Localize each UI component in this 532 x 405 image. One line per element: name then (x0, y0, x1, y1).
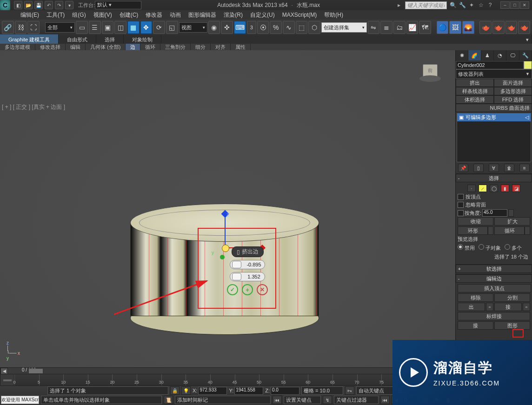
viewcube-ring[interactable] (419, 75, 441, 82)
viewport-label[interactable]: [ + ] [ 正交 ] [真实 + 边面 ] (2, 103, 65, 111)
link-icon[interactable]: 🔗 (2, 21, 14, 34)
so-element-icon[interactable]: ◪ (512, 185, 520, 192)
shrink-button[interactable]: 收缩 (458, 217, 493, 226)
stack-unique-icon[interactable]: ∀ (489, 164, 499, 172)
move-icon[interactable]: ✥ (140, 21, 153, 34)
target-weld-button[interactable]: 标焊接 (458, 312, 530, 320)
stack-editable-poly[interactable]: ▣可编辑多边形 ◁ (457, 113, 531, 121)
subtab-mod-sel[interactable]: 修改选择 (35, 44, 66, 50)
menu-render[interactable]: 渲染(R) (222, 10, 245, 20)
axon-icon[interactable]: ⬡ (308, 21, 320, 34)
subtab-loop[interactable]: 循环 (140, 44, 160, 50)
edit-edge-header[interactable]: -编辑边 (456, 274, 532, 283)
modifier-list[interactable]: 修改器列表▼ (456, 69, 532, 79)
so-vertex-icon[interactable]: · (467, 185, 476, 192)
add-time-tag[interactable]: 添加时间标记 (175, 396, 271, 404)
angle-field[interactable]: 45.0 (482, 209, 507, 217)
subtab-geom-all[interactable]: 几何体 (全部) (86, 44, 126, 50)
preview-off-radio[interactable] (458, 244, 463, 250)
menu-customize[interactable]: 自定义(U) (248, 10, 277, 20)
curve-editor-icon[interactable]: 📈 (406, 21, 419, 34)
maxscript-welcome[interactable]: 欢迎使用 MAXScr (1, 396, 39, 404)
subtab-align[interactable]: 对齐 (211, 44, 231, 50)
btn-patch-select[interactable]: 面片选择 (494, 79, 532, 87)
layers-icon[interactable]: 🗂 (393, 21, 406, 34)
select-icon[interactable]: ▭ (76, 21, 88, 34)
ribbon-collapse-icon[interactable]: ▾ (523, 34, 532, 45)
preview-sub-radio[interactable] (479, 244, 484, 250)
lock-icon[interactable]: 🔒 (170, 386, 180, 395)
stack-config-icon[interactable]: ≡ (519, 164, 530, 172)
keymode-icon[interactable]: ↯ (323, 396, 332, 404)
app-icon[interactable]: C (0, 0, 10, 10)
named-selection-set[interactable]: 创建选择集▾ (321, 22, 366, 33)
viewcube[interactable]: 前 (419, 64, 442, 87)
qat-new-icon[interactable]: ◧ (14, 1, 22, 9)
extrude-button[interactable]: 出 (458, 303, 485, 311)
cp-tab-modify-icon[interactable]: 🌈 (468, 50, 481, 60)
render-setup-icon[interactable]: 🖼 (449, 21, 461, 34)
preview-multi-radio[interactable] (505, 244, 510, 250)
time-left-icon[interactable]: ◀ (0, 368, 8, 374)
menu-maxscript[interactable]: MAXScript(M) (280, 11, 319, 19)
cp-tab-create-icon[interactable]: ✺ (456, 50, 468, 60)
menu-create[interactable]: 创建(C) (118, 10, 140, 20)
qat-more-icon[interactable]: ▾ (65, 1, 73, 9)
menu-views[interactable]: 视图(V) (92, 10, 114, 20)
object-color-swatch[interactable] (524, 61, 532, 69)
menu-group[interactable]: 组(G) (70, 10, 87, 20)
maximize-button[interactable]: □ (510, 1, 519, 9)
ignore-backface-check[interactable] (458, 202, 464, 208)
cp-tab-motion-icon[interactable]: ◔ (494, 50, 506, 60)
btn-poly-select[interactable]: 多边形选择 (494, 87, 532, 95)
weld-button[interactable]: 接 (494, 303, 522, 311)
help-icon[interactable]: ? (487, 2, 493, 8)
keyboard-shortcut-icon[interactable]: ⌨ (234, 21, 246, 34)
render-teapot4-icon[interactable]: 🫖 (518, 21, 530, 34)
menu-modifiers[interactable]: 修改器 (144, 10, 164, 20)
mirror-icon[interactable]: ⇋ (368, 21, 380, 34)
extrude-settings-button[interactable]: ▫ (486, 303, 493, 311)
angle-snap-icon[interactable]: ⦿ (257, 21, 269, 34)
btn-spline-select[interactable]: 样条线选择 (456, 87, 494, 95)
spinner-snap-icon[interactable]: ∿ (283, 21, 295, 34)
autokey-button[interactable]: 自动关键点 (356, 386, 393, 395)
btn-extrude[interactable]: 挤出 (456, 79, 494, 87)
close-button[interactable]: ✕ (520, 1, 529, 9)
setkey-button[interactable]: 设置关键点 (284, 396, 321, 404)
by-angle-check[interactable] (458, 210, 464, 216)
subtab-props[interactable]: 属性 (231, 44, 251, 50)
subtab-edge[interactable]: 边 (126, 44, 140, 50)
qat-save-icon[interactable]: 💾 (34, 1, 43, 9)
menu-tools[interactable]: 工具(T) (45, 10, 66, 20)
favorite-icon[interactable]: ☆ (478, 2, 484, 8)
btn-vol-select[interactable]: 体积选择 (456, 95, 494, 104)
profile-button[interactable]: 图形 (494, 321, 530, 330)
split-button[interactable]: 分割 (494, 293, 530, 302)
soft-selection-header[interactable]: +软选择 (456, 265, 532, 273)
so-poly-icon[interactable]: ▮ (501, 185, 509, 192)
menu-edit[interactable]: 编辑(E) (19, 10, 41, 20)
select-name-icon[interactable]: ☰ (89, 21, 101, 34)
key-filter-button[interactable]: 关键点过滤器 (334, 396, 379, 404)
coord-y-field[interactable]: 1941.558 (234, 387, 263, 395)
coord-z-field[interactable]: 0.0 (271, 387, 299, 395)
menu-help[interactable]: 帮助(H) (322, 10, 345, 20)
weld-settings-button[interactable]: ▫ (523, 303, 530, 311)
percent-snap-icon[interactable]: % (270, 21, 282, 34)
exchange-icon[interactable]: ✦ (468, 2, 475, 8)
so-border-icon[interactable]: ◯ (490, 185, 498, 192)
render-teapot3-icon[interactable]: 🫖 (505, 21, 518, 34)
search-icon[interactable]: 🔍 (450, 2, 456, 8)
subtab-edit[interactable]: 编辑 (66, 44, 86, 50)
cp-tab-hierarchy-icon[interactable]: ♟ (481, 50, 494, 60)
remove-button[interactable]: 移除 (458, 293, 493, 302)
script-icon[interactable]: 📜 (164, 396, 173, 404)
isolate-icon[interactable]: 💡 (181, 386, 191, 395)
prev-key-icon[interactable]: ⏮ (380, 396, 390, 404)
rendered-frame-icon[interactable]: 🌄 (462, 21, 474, 34)
play-start-icon[interactable]: ⏮ (273, 396, 282, 404)
paint-select-icon[interactable]: ▦ (127, 21, 140, 34)
bind-icon[interactable]: ⛶ (27, 21, 40, 34)
pivot-icon[interactable]: ◉ (208, 21, 220, 34)
